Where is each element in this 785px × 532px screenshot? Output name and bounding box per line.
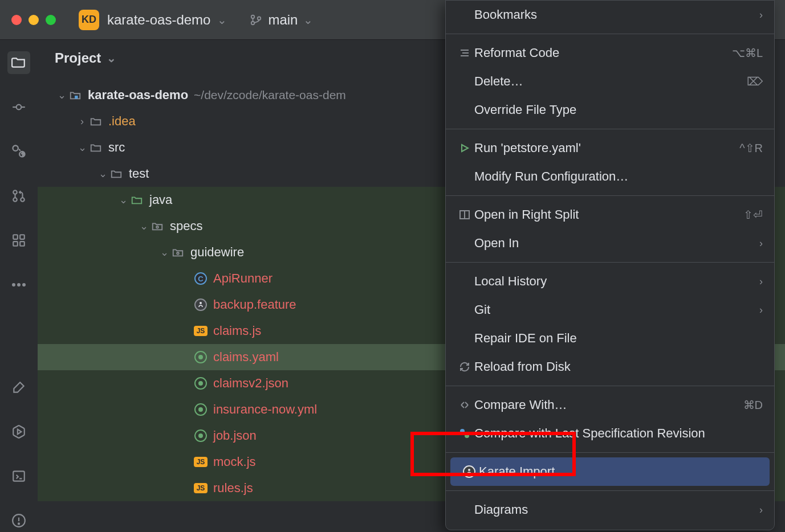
tree-label: guidewire xyxy=(190,245,244,260)
menu-diagrams[interactable]: Diagrams › xyxy=(446,496,774,524)
menu-label: Reformat Code xyxy=(474,46,732,60)
menu-separator xyxy=(446,386,774,386)
package-icon xyxy=(151,219,164,233)
more-tool-icon[interactable] xyxy=(7,273,30,296)
svg-point-3 xyxy=(17,105,22,110)
tree-label: karate-oas-demo xyxy=(88,88,188,103)
terminal-tool-icon[interactable] xyxy=(7,465,30,488)
menu-open-in[interactable]: Open In › xyxy=(446,229,774,257)
context-menu: Bookmarks › Reformat Code ⌥⌘L Delete… ⌦ … xyxy=(445,0,775,530)
window-controls xyxy=(11,15,56,25)
chevron-right-icon: › xyxy=(759,276,763,288)
menu-separator xyxy=(446,452,774,453)
menu-label: Git xyxy=(474,302,759,317)
svg-point-40 xyxy=(465,433,469,438)
menu-run[interactable]: Run 'petstore.yaml' ^⇧R xyxy=(446,134,774,162)
tree-label: backup.feature xyxy=(213,297,296,312)
chevron-down-icon[interactable]: ⌄ xyxy=(96,167,109,180)
structure-tool-icon[interactable]: ? xyxy=(7,140,30,163)
chevron-down-icon[interactable]: ⌄ xyxy=(157,246,171,259)
svg-point-0 xyxy=(251,15,255,18)
project-tool-icon[interactable] xyxy=(7,51,30,74)
svg-line-35 xyxy=(461,402,464,405)
menu-delete[interactable]: Delete… ⌦ xyxy=(446,67,774,96)
chevron-down-icon[interactable]: ⌄ xyxy=(55,89,68,101)
svg-rect-15 xyxy=(20,242,25,246)
svg-point-28 xyxy=(200,302,202,304)
menu-shortcut: ^⇧R xyxy=(739,141,763,155)
yaml-icon xyxy=(194,429,208,443)
yaml-icon xyxy=(194,403,208,416)
spec-icon xyxy=(456,427,473,440)
menu-label: Bookmarks xyxy=(474,7,759,22)
compare-icon xyxy=(456,398,473,412)
menu-override-file-type[interactable]: Override File Type xyxy=(446,96,774,124)
menu-reload-disk[interactable]: Reload from Disk xyxy=(446,353,774,381)
tree-label: claimsv2.json xyxy=(213,376,288,391)
menu-label: Repair IDE on File xyxy=(474,331,763,346)
commit-tool-icon[interactable] xyxy=(7,96,30,118)
pull-requests-tool-icon[interactable] xyxy=(7,185,30,207)
menu-label: Open In xyxy=(474,236,759,251)
svg-point-1 xyxy=(258,17,261,20)
js-icon: JS xyxy=(194,481,208,495)
menu-bookmarks[interactable]: Bookmarks › xyxy=(446,1,774,29)
menu-label: Karate Import xyxy=(479,464,758,479)
maximize-window-btn[interactable] xyxy=(46,15,56,25)
run-tool-icon[interactable] xyxy=(7,420,30,443)
tree-label: mock.js xyxy=(213,455,256,469)
problems-tool-icon[interactable] xyxy=(7,509,30,532)
close-window-btn[interactable] xyxy=(11,15,22,25)
chevron-down-icon[interactable]: ⌄ xyxy=(217,13,227,27)
split-icon xyxy=(456,208,473,222)
chevron-right-icon[interactable]: › xyxy=(75,116,89,128)
svg-line-37 xyxy=(465,402,468,405)
menu-label: Delete… xyxy=(474,74,747,89)
menu-open-right-split[interactable]: Open in Right Split ⇧⏎ xyxy=(446,200,774,229)
menu-karate-import[interactable]: Karate Import xyxy=(450,457,770,486)
menu-label: Run 'petstore.yaml' xyxy=(474,141,739,155)
minimize-window-btn[interactable] xyxy=(29,15,39,25)
menu-label: Compare With… xyxy=(474,398,743,412)
menu-repair-ide[interactable]: Repair IDE on File xyxy=(446,324,774,353)
menu-label: Override File Type xyxy=(474,103,763,117)
js-icon: JS xyxy=(194,324,208,338)
menu-git[interactable]: Git › xyxy=(446,296,774,324)
package-icon xyxy=(171,245,185,259)
svg-point-24 xyxy=(18,523,19,524)
chevron-right-icon: › xyxy=(759,304,763,316)
menu-label: Local History xyxy=(474,274,759,289)
menu-modify-run-config[interactable]: Modify Run Configuration… xyxy=(446,162,774,191)
services-tool-icon[interactable] xyxy=(7,229,30,252)
project-selector[interactable]: karate-oas-demo xyxy=(107,12,210,28)
chevron-right-icon: › xyxy=(759,9,763,21)
tree-path: ~/dev/zcode/karate-oas-dem xyxy=(194,88,346,102)
tool-rail-left: ? xyxy=(0,40,38,532)
menu-separator xyxy=(446,129,774,129)
chevron-right-icon: › xyxy=(759,504,763,516)
build-tool-icon[interactable] xyxy=(7,376,30,399)
menu-shortcut: ⌘D xyxy=(743,398,763,412)
menu-reformat[interactable]: Reformat Code ⌥⌘L xyxy=(446,39,774,67)
js-icon: JS xyxy=(194,455,208,469)
tree-label: ApiRunner xyxy=(213,271,272,286)
svg-point-17 xyxy=(17,283,21,287)
menu-label: Reload from Disk xyxy=(474,359,763,374)
folder-icon xyxy=(109,167,123,181)
vcs-branch-selector[interactable]: main ⌄ xyxy=(250,12,313,28)
svg-point-18 xyxy=(22,283,26,287)
svg-point-10 xyxy=(13,198,17,202)
menu-compare-with[interactable]: Compare With… ⌘D xyxy=(446,391,774,419)
chevron-down-icon[interactable]: ⌄ xyxy=(116,194,130,206)
svg-text:?: ? xyxy=(22,152,25,157)
panel-title: Project xyxy=(55,50,101,66)
menu-local-history[interactable]: Local History › xyxy=(446,267,774,296)
chevron-down-icon[interactable]: ⌄ xyxy=(137,220,151,232)
svg-rect-20 xyxy=(13,471,25,481)
menu-label: Open in Right Split xyxy=(474,207,743,222)
reload-icon xyxy=(456,360,473,374)
menu-compare-last-spec[interactable]: Compare with Last Specification Revision xyxy=(446,419,774,448)
svg-point-16 xyxy=(12,283,15,287)
chevron-down-icon[interactable]: ⌄ xyxy=(75,141,89,154)
tree-label: src xyxy=(108,140,125,155)
